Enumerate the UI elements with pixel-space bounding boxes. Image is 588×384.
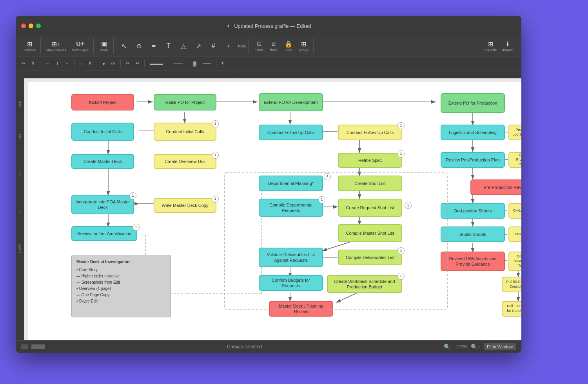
note-item-1: • Core Story [76, 267, 166, 273]
close-button[interactable] [21, 24, 26, 28]
logistics-node[interactable]: Logistics and Scheduling [441, 125, 505, 140]
canvas[interactable]: Kickoff Project Raise PO for Project Con… [24, 78, 521, 340]
group-button[interactable]: ⊞ Group [296, 39, 311, 53]
minimize-button[interactable] [29, 24, 33, 28]
status-right: 🔍- 121% 🔍+ Fit in Window [444, 343, 516, 350]
connect-style2[interactable]: ↩ [134, 60, 141, 67]
pull-50-node[interactable]: Pull 50 C... for Conside... [502, 277, 521, 292]
organize-raw-node[interactable]: Organize RAW... Order Trans... [508, 252, 521, 271]
stroke-style[interactable]: ═══ [171, 60, 184, 67]
pen-tool-button[interactable]: ✒ [147, 41, 161, 51]
v-align[interactable]: ↕ [78, 60, 84, 67]
extend-po-prod-node[interactable]: Extend PO for Production [441, 93, 505, 113]
traffic-lights [21, 24, 41, 28]
extend-po-dev-node[interactable]: Extend PO for Development [259, 93, 323, 111]
review-for-tier-node[interactable]: 1 Review for Tier Amplification [71, 226, 137, 241]
tools-group: ↖ ⊙ ✒ T △ ↗ # › Tools [114, 38, 249, 54]
create-overview-doc-node[interactable]: 1 Create Overview Doc [154, 154, 216, 169]
style-button[interactable]: ▣ Style [97, 39, 111, 53]
connect-style1[interactable]: ↪ [124, 60, 131, 67]
kickoff-project-node[interactable]: Kickoff Project [71, 94, 134, 110]
review-raw-assets-node[interactable]: Review RAW Assets and Provide Guidance [441, 252, 505, 271]
stencils-inspect-group: ⊞ Stencils ℹ Inspect [479, 38, 518, 54]
more-icon: › [227, 42, 229, 49]
shadow-style[interactable]: ▾ [220, 60, 226, 67]
rotation-value[interactable]: 0° [109, 60, 118, 67]
sidebar-button[interactable]: ⊞ Sidebar [21, 39, 38, 53]
badge-1h: 1 [318, 196, 325, 203]
pull-100-node[interactable]: Pull 100 Ph... for Conside... [502, 301, 521, 317]
pre-production-review-node[interactable]: Pre-Production Review [470, 179, 521, 195]
inspect-button[interactable]: ℹ Inspect [500, 39, 516, 53]
h-dist[interactable]: ↔ [63, 60, 71, 67]
conduct-initial-calls-cyan-node[interactable]: Conduct Initial Calls [71, 123, 134, 141]
align-v-button[interactable]: ⇕ [29, 60, 37, 67]
badge-1d: 1 [212, 196, 219, 203]
fill-color[interactable]: ━━━ [201, 60, 213, 67]
compile-deliverables-node[interactable]: 1 Compile Deliverables List [338, 250, 402, 265]
sidebar-group: ⊞ Sidebar [19, 38, 41, 54]
create-production-review-node[interactable]: Create Producti... Review [508, 152, 521, 168]
new-layer-button[interactable]: ⧉+ New Layer [69, 39, 91, 53]
back-button[interactable]: ⧈ Back [267, 39, 281, 53]
conduct-followup-cyan-node[interactable]: Conduct Follow Up Calls [259, 125, 323, 140]
studio-shoots-yellow-node[interactable]: Studio Sh... [508, 226, 521, 242]
grid-tool-button[interactable]: # [206, 41, 220, 51]
write-master-deck-node[interactable]: 1 Write Master Deck Copy [154, 198, 216, 213]
confirm-budgets-node[interactable]: Confirm Budgets for Requests [259, 275, 323, 291]
line-tool-button[interactable]: ↗ [191, 41, 205, 51]
raise-po-node[interactable]: Raise PO for Project [154, 94, 216, 110]
review-preproduction-node[interactable]: Review Pre-Production Plan [441, 152, 505, 168]
refine-spec-node[interactable]: 1 Refine Spec [338, 153, 402, 168]
create-workback-node[interactable]: 1 Create Workback Schedule and Productio… [327, 275, 402, 293]
distribute-v[interactable]: ⇕ [86, 60, 94, 67]
mac-window: ✦ Updated Process.graffle — Edited ⊞ Sid… [16, 16, 521, 353]
new-canvas-button[interactable]: ⊞+ New Canvas [44, 39, 69, 53]
sidebar-icon: ⊞ [27, 40, 32, 48]
note-item-2: — Higher order narrative [76, 273, 166, 279]
master-deck-review-node[interactable]: Master Deck / Planning Review [269, 301, 333, 317]
create-shot-list-node[interactable]: Create Shot List [338, 176, 402, 191]
h-align-left[interactable]: ← [44, 60, 52, 67]
fit-in-window-button[interactable]: Fit in Window [484, 343, 516, 350]
conduct-followup-yellow-node[interactable]: 1 Conduct Follow Up Calls [338, 125, 402, 140]
badge-1k: 1 [405, 202, 412, 209]
shape-icon: △ [181, 42, 186, 50]
front-button[interactable]: ⧉ Front [252, 39, 266, 53]
shape-tool-button[interactable]: △ [176, 41, 191, 51]
validate-deliverables-node[interactable]: Validate Deliverables List Against Reque… [259, 248, 323, 267]
line-style[interactable]: ▬▬▬ [148, 60, 165, 67]
sep3 [97, 60, 97, 67]
compile-master-shot-list-node[interactable]: Compile Master Shot List [338, 224, 402, 242]
production-log-node[interactable]: Production Log Scheduli... [508, 125, 521, 140]
sep1 [40, 60, 40, 67]
lock-button[interactable]: 🔒 Lock [281, 39, 296, 53]
zoom-out-button[interactable]: 🔍- [444, 344, 452, 350]
stencils-button[interactable]: ⊞ Stencils [482, 39, 499, 53]
more-tools-button[interactable]: › [221, 41, 235, 51]
point-marker[interactable]: ● [100, 60, 107, 67]
create-request-shot-list-node[interactable]: Create Request Shot List [338, 199, 402, 217]
new-canvas-icon: ⊞+ [52, 40, 60, 48]
lasso-tool-button[interactable]: ⊙ [132, 41, 146, 51]
incorporate-poa-node[interactable]: 1 Incorporate into POA Master Deck [71, 195, 134, 214]
badge-1: 1 [212, 120, 219, 127]
h-align-center[interactable]: T [54, 60, 61, 67]
maximize-button[interactable] [36, 24, 41, 28]
conduct-initial-calls-yellow-node[interactable]: 1 Conduct Initial Calls [154, 123, 216, 141]
zoom-in-button[interactable]: 🔍+ [471, 344, 481, 350]
text-tool-button[interactable]: T [162, 41, 176, 51]
compile-dept-requests-node[interactable]: 1 Compile Departmental Requests [259, 199, 323, 217]
canvas-selected-label: Canvas selected [227, 344, 262, 350]
on-location-cyan-node[interactable]: On-Location Shoots [441, 203, 505, 219]
align-h-button[interactable]: ⇔ [20, 60, 27, 67]
fill-style[interactable]: ▓ [191, 60, 198, 67]
create-master-deck-node[interactable]: Create Master Deck [71, 154, 134, 169]
departmental-planning-node[interactable]: 4 Departmental Planning* [259, 176, 323, 191]
v-ruler: 600 700 800 900 1,000 [16, 78, 24, 340]
badge-1j: 1 [397, 273, 405, 280]
select-tool-button[interactable]: ↖ [117, 41, 131, 51]
on-location-yellow-node[interactable]: On-Location... [508, 203, 521, 219]
badge-4: 4 [324, 173, 331, 180]
studio-shoots-cyan-node[interactable]: Studio Shoots [441, 226, 505, 242]
